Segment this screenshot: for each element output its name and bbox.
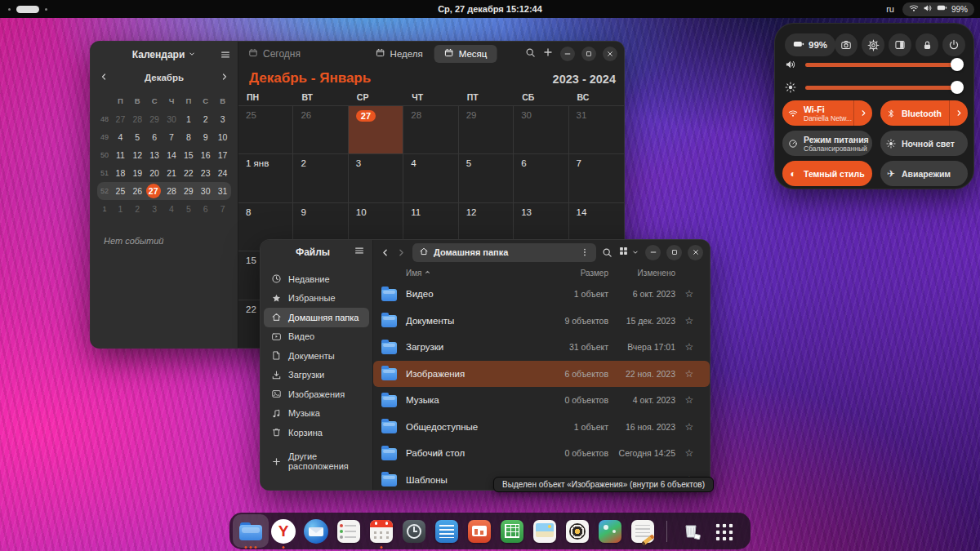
screenshot-button[interactable]	[835, 33, 858, 56]
sidebar-item-trash[interactable]: Корзина	[264, 423, 369, 442]
file-row[interactable]: Музыка0 объектов4 окт. 2023☆	[373, 387, 710, 414]
close-button[interactable]	[688, 245, 703, 260]
maximize-button[interactable]	[581, 47, 596, 61]
path-bar[interactable]: Домашняя папка	[412, 243, 596, 262]
kebab-menu-icon[interactable]	[580, 247, 590, 257]
minical-day[interactable]: 7	[163, 128, 180, 146]
minical-day[interactable]: 19	[129, 164, 146, 182]
dock-app-calc[interactable]	[498, 513, 526, 549]
minical-day[interactable]: 28	[163, 182, 180, 200]
file-row[interactable]: Изображения6 объектов22 ноя. 2023☆	[373, 361, 710, 388]
qs-toggle-gauge[interactable]: Режим питанияСбалансированный	[782, 131, 872, 156]
dock-app-trash[interactable]	[677, 513, 705, 549]
minical-day[interactable]: 1	[180, 110, 197, 128]
tab-month[interactable]: Месяц	[434, 45, 497, 63]
star-icon[interactable]: ☆	[675, 394, 703, 406]
volume-slider[interactable]	[785, 58, 964, 71]
qs-toggle-darkmode[interactable]: ◐Темный стиль	[782, 161, 872, 186]
settings-button[interactable]	[862, 33, 884, 56]
display-button[interactable]	[889, 33, 911, 56]
lock-button[interactable]	[915, 33, 938, 56]
dock-app-photos[interactable]	[531, 513, 559, 549]
minical-day[interactable]: 29	[180, 182, 197, 200]
minical-day[interactable]: 5	[129, 128, 146, 146]
column-headers[interactable]: Имя Размер Изменено	[373, 265, 710, 281]
minical-day[interactable]: 2	[197, 110, 214, 128]
minical-day[interactable]: 16	[197, 146, 214, 164]
sidebar-item-pictures[interactable]: Изображения	[264, 384, 369, 404]
qs-toggle-wifi[interactable]: Wi-FiDaniella Netw...	[782, 100, 872, 126]
month-day-cell[interactable]: 6	[514, 153, 568, 202]
back-button[interactable]	[380, 247, 390, 258]
minical-day[interactable]: 11	[112, 146, 129, 164]
file-row[interactable]: Видео1 объект6 окт. 2023☆	[373, 281, 710, 308]
minical-day[interactable]: 14	[163, 146, 180, 164]
mini-calendar[interactable]: ПВСЧПСВ482728293012349456789105011121314…	[97, 92, 231, 218]
minical-day[interactable]: 27	[146, 182, 163, 200]
minical-day[interactable]: 7	[214, 200, 231, 218]
minical-day[interactable]: 27	[112, 110, 129, 128]
sidebar-item-starred[interactable]: Избранные	[264, 289, 369, 309]
file-row[interactable]: Рабочий стол0 объектовСегодня 14:25☆	[373, 440, 710, 467]
maximize-button[interactable]	[666, 245, 682, 260]
minical-day[interactable]: 8	[180, 128, 197, 146]
dock-app-files[interactable]	[237, 513, 265, 549]
expand-arrow-icon[interactable]	[949, 100, 968, 126]
menu-button[interactable]	[220, 49, 231, 64]
dock-app-writer[interactable]	[433, 513, 461, 549]
power-button[interactable]	[942, 33, 965, 56]
star-icon[interactable]: ☆	[675, 368, 703, 380]
star-icon[interactable]: ☆	[675, 341, 703, 353]
minical-day[interactable]: 12	[129, 146, 146, 164]
month-day-cell[interactable]: 30	[514, 105, 568, 153]
minical-day[interactable]: 9	[197, 128, 214, 146]
minical-day[interactable]: 15	[180, 146, 197, 164]
expand-arrow-icon[interactable]	[853, 100, 872, 126]
dock-app-thunderbird[interactable]	[302, 513, 330, 549]
file-row[interactable]: Общедоступные1 объект16 ноя. 2023☆	[373, 414, 710, 441]
prev-month-button[interactable]	[99, 70, 109, 85]
minical-day[interactable]: 28	[129, 110, 146, 128]
month-day-cell[interactable]: 28	[403, 105, 458, 153]
next-month-button[interactable]	[220, 70, 229, 85]
minical-day[interactable]: 20	[146, 164, 163, 182]
minical-day[interactable]: 21	[163, 164, 180, 182]
month-day-cell[interactable]: 1 янв	[238, 153, 293, 202]
sidebar-item-documents[interactable]: Документы	[264, 346, 369, 366]
search-icon[interactable]	[602, 247, 612, 258]
sidebar-item-other-locations[interactable]: Другие расположения	[264, 452, 369, 472]
column-modified[interactable]: Изменено	[608, 269, 675, 278]
minimize-button[interactable]	[645, 245, 661, 260]
month-day-cell[interactable]: 3	[349, 153, 403, 202]
clock[interactable]: Ср, 27 декабря 15:12:44	[0, 4, 980, 14]
menu-button[interactable]	[354, 245, 365, 260]
minical-day[interactable]: 6	[197, 200, 214, 218]
minical-day[interactable]: 23	[197, 164, 214, 182]
file-row[interactable]: Документы9 объектов15 дек. 2023☆	[373, 308, 710, 335]
minical-day[interactable]: 6	[146, 128, 163, 146]
search-icon[interactable]	[525, 47, 536, 61]
minical-day[interactable]: 4	[163, 200, 180, 218]
month-day-cell[interactable]: 31	[569, 105, 624, 153]
brightness-slider-knob[interactable]	[951, 81, 964, 94]
minical-day[interactable]: 17	[214, 146, 231, 164]
minical-day[interactable]: 25	[112, 182, 129, 200]
minical-day[interactable]: 1	[112, 200, 129, 218]
battery-pill[interactable]: 99%	[785, 33, 835, 56]
add-event-button[interactable]	[542, 47, 554, 61]
dock-app-calendar[interactable]	[368, 513, 395, 549]
minical-day[interactable]: 30	[163, 110, 180, 128]
star-icon[interactable]: ☆	[675, 315, 703, 327]
view-toggle-button[interactable]	[618, 245, 639, 260]
month-day-cell[interactable]: 5	[459, 153, 514, 202]
dock-app-games[interactable]	[596, 513, 624, 549]
qs-toggle-airplane[interactable]: ✈Авиарежим	[880, 161, 968, 186]
column-size[interactable]: Размер	[540, 269, 608, 278]
minical-day[interactable]: 2	[129, 200, 146, 218]
system-indicators[interactable]: 99%	[902, 2, 974, 16]
dock-app-impress[interactable]	[466, 513, 493, 549]
minical-day[interactable]: 10	[214, 128, 231, 146]
minical-day[interactable]: 3	[146, 200, 163, 218]
minical-day[interactable]: 5	[180, 200, 197, 218]
minimize-button[interactable]	[560, 47, 575, 61]
